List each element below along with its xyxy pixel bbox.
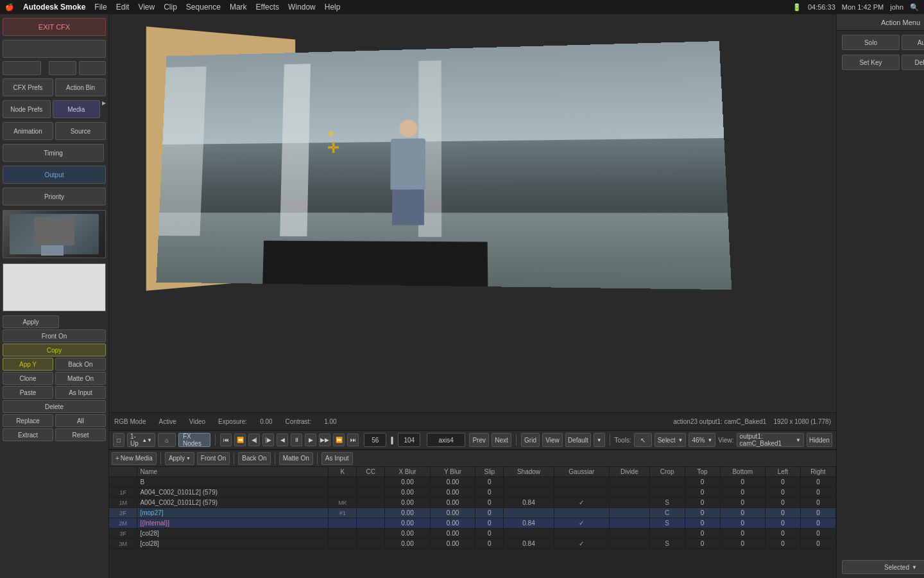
action-bin-button[interactable]: Action Bin xyxy=(55,78,106,96)
source-button[interactable]: Source xyxy=(55,122,106,140)
play-fwd-button[interactable]: ▶▶ xyxy=(319,434,330,446)
col-cc: CC xyxy=(357,467,385,477)
priority-button[interactable]: Priority xyxy=(3,188,106,206)
fx-nodes-button[interactable]: FX Nodes xyxy=(178,433,210,447)
cell-top: 0 xyxy=(685,498,720,508)
view-button[interactable]: View xyxy=(542,433,563,447)
menu-edit[interactable]: Edit xyxy=(116,3,130,12)
play-back-button[interactable]: ◀ xyxy=(277,434,288,446)
render-button[interactable] xyxy=(3,61,41,75)
back-on-tl-button[interactable]: Back On xyxy=(238,452,270,465)
pause-button[interactable]: ⏸ xyxy=(291,434,302,446)
table-row[interactable]: 1F A004_C002_0101L2] (579) 0.00 0.00 0 0… xyxy=(109,487,835,498)
checkbox-icon[interactable]: □ xyxy=(113,433,124,447)
cell-left: 0 xyxy=(766,498,801,508)
extract-button[interactable]: Extract xyxy=(3,428,53,441)
view-output-select[interactable]: output1: camC_Baked1 ▼ xyxy=(737,433,804,447)
col-top: Top xyxy=(685,467,720,477)
step-frame-back-button[interactable]: ◀| xyxy=(248,434,260,446)
reset-button[interactable]: Reset xyxy=(55,428,106,441)
table-body: B 0.00 0.00 0 0 0 0 0 1F A004_C002_0101L… xyxy=(109,477,835,549)
solo-button[interactable]: Solo xyxy=(842,35,900,50)
menu-effects[interactable]: Effects xyxy=(256,3,279,12)
selected-select[interactable]: Selected ▼ xyxy=(842,560,924,574)
cell-name: B xyxy=(137,477,329,487)
prev-button[interactable]: Prev xyxy=(469,433,489,447)
menu-mark[interactable]: Mark xyxy=(230,3,247,12)
all-button[interactable]: All xyxy=(55,414,106,427)
back-on-button[interactable]: Back On xyxy=(55,358,106,371)
select-tool-select[interactable]: Select ▼ xyxy=(654,433,687,447)
new-media-button[interactable]: + New Media xyxy=(112,452,157,465)
cursor-icon[interactable]: ↖ xyxy=(634,433,652,447)
auto-key-button[interactable]: Auto Key xyxy=(902,35,924,50)
exit-cfx-button[interactable]: EXIT CFX xyxy=(3,18,106,36)
hidden-button[interactable]: Hidden xyxy=(807,433,832,447)
matte-on-tl-button[interactable]: Matte On xyxy=(279,452,313,465)
step-back-button[interactable]: ⏪ xyxy=(234,434,246,446)
menu-sequence[interactable]: Sequence xyxy=(186,3,221,12)
copy-button[interactable]: Copy xyxy=(3,344,106,356)
axis-input[interactable] xyxy=(427,433,465,447)
save-button[interactable] xyxy=(79,61,107,75)
default-button[interactable]: Default xyxy=(565,433,591,447)
paste-button[interactable]: Paste xyxy=(3,386,53,399)
as-input-tl-button[interactable]: As Input xyxy=(321,452,353,465)
cfx-prefs-button[interactable]: CFX Prefs xyxy=(3,78,53,96)
table-row[interactable]: 1M A004_C002_0101L2] (579) MK 0.00 0.00 … xyxy=(109,498,835,508)
cell-slip: 0 xyxy=(475,529,504,539)
apple-menu[interactable]: 🍎 xyxy=(5,3,14,12)
table-row[interactable]: 3M [col28] 0.00 0.00 0 0.84 ✓ S 0 0 0 0 xyxy=(109,539,835,549)
table-row[interactable]: 2M [{Internal}] 0.00 0.00 0 0.84 ✓ S 0 0… xyxy=(109,518,835,529)
load-button[interactable] xyxy=(49,61,76,75)
apply-button[interactable]: Apply xyxy=(3,315,59,328)
view-mode-select[interactable]: 1-Up ▲▼ xyxy=(127,433,155,447)
menu-clip[interactable]: Clip xyxy=(164,3,177,12)
search-icon[interactable]: 🔍 xyxy=(910,3,919,12)
front-on-tl-button[interactable]: Front On xyxy=(197,452,230,465)
delete-key-button[interactable]: Delete Key xyxy=(902,55,924,70)
apply-tl-button[interactable]: Apply ▼ xyxy=(165,452,194,465)
next-button[interactable]: Next xyxy=(492,433,511,447)
menu-view[interactable]: View xyxy=(138,3,155,12)
viewer[interactable]: ✛ xyxy=(109,14,836,412)
cell-crop: S xyxy=(649,498,685,508)
output-button[interactable]: Output xyxy=(3,166,106,184)
as-input-button[interactable]: As Input xyxy=(55,386,106,399)
render-button[interactable] xyxy=(3,40,106,58)
step-frame-fwd-button[interactable]: |▶ xyxy=(262,434,274,446)
replace-button[interactable]: Replace xyxy=(3,414,53,427)
menu-window[interactable]: Window xyxy=(288,3,316,12)
set-key-button[interactable]: Set Key xyxy=(842,55,900,70)
cell-divide xyxy=(609,487,649,498)
delete-button[interactable]: Delete xyxy=(3,400,106,413)
home-icon[interactable]: ⌂ xyxy=(158,433,176,447)
cell-bottom: 0 xyxy=(720,498,766,508)
step-fwd-button[interactable]: ⏩ xyxy=(333,434,345,446)
cell-right: 0 xyxy=(800,477,835,487)
thumbnail-video[interactable] xyxy=(3,210,106,258)
default-select[interactable]: ▼ xyxy=(594,433,605,447)
menu-file[interactable]: File xyxy=(94,3,107,12)
go-to-end-button[interactable]: ⏭ xyxy=(347,434,359,446)
grid-button[interactable]: Grid xyxy=(521,433,540,447)
app-y-button[interactable]: App Y xyxy=(3,358,53,371)
table-row[interactable]: 3F [col28] 0.00 0.00 0 0 0 0 0 xyxy=(109,529,835,539)
table-row[interactable]: B 0.00 0.00 0 0 0 0 0 xyxy=(109,477,835,487)
animation-button[interactable]: Animation xyxy=(3,122,53,140)
zoom-select[interactable]: 46% ▼ xyxy=(689,433,715,447)
timing-button[interactable]: Timing xyxy=(3,144,104,162)
go-to-start-button[interactable]: ⏮ xyxy=(220,434,232,446)
timecode-input[interactable] xyxy=(364,433,386,447)
front-on-button[interactable]: Front On xyxy=(3,329,106,342)
timeline-scrubber[interactable] xyxy=(391,437,393,443)
thumbnail-blank[interactable] xyxy=(3,263,106,311)
play-button[interactable]: ▶ xyxy=(305,434,316,446)
timecode-end-input[interactable] xyxy=(398,433,420,447)
matte-on-button[interactable]: Matte On xyxy=(55,372,106,385)
node-prefs-button[interactable]: Node Prefs xyxy=(3,100,51,118)
menu-help[interactable]: Help xyxy=(325,3,341,12)
clone-button[interactable]: Clone xyxy=(3,372,53,385)
media-button[interactable]: Media xyxy=(53,100,101,118)
table-row[interactable]: 2F [mop27] #1 0.00 0.00 0 C 0 0 0 0 xyxy=(109,508,835,518)
